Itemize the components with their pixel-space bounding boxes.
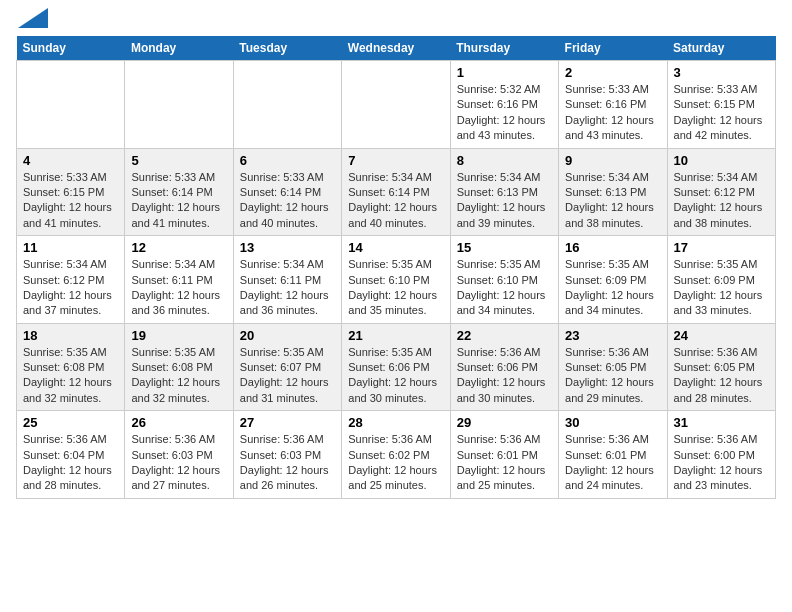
calendar-cell: 5Sunrise: 5:33 AM Sunset: 6:14 PM Daylig… — [125, 148, 233, 236]
calendar-cell: 9Sunrise: 5:34 AM Sunset: 6:13 PM Daylig… — [559, 148, 667, 236]
day-number: 27 — [240, 415, 335, 430]
day-number: 16 — [565, 240, 660, 255]
day-number: 25 — [23, 415, 118, 430]
cell-info: Sunrise: 5:36 AM Sunset: 6:03 PM Dayligh… — [131, 432, 226, 494]
day-number: 19 — [131, 328, 226, 343]
cell-info: Sunrise: 5:36 AM Sunset: 6:04 PM Dayligh… — [23, 432, 118, 494]
cell-info: Sunrise: 5:36 AM Sunset: 6:06 PM Dayligh… — [457, 345, 552, 407]
cell-info: Sunrise: 5:36 AM Sunset: 6:01 PM Dayligh… — [565, 432, 660, 494]
cell-info: Sunrise: 5:33 AM Sunset: 6:15 PM Dayligh… — [23, 170, 118, 232]
calendar-cell: 10Sunrise: 5:34 AM Sunset: 6:12 PM Dayli… — [667, 148, 775, 236]
day-number: 29 — [457, 415, 552, 430]
calendar-cell: 20Sunrise: 5:35 AM Sunset: 6:07 PM Dayli… — [233, 323, 341, 411]
calendar-cell — [125, 61, 233, 149]
calendar-cell: 25Sunrise: 5:36 AM Sunset: 6:04 PM Dayli… — [17, 411, 125, 499]
calendar-cell: 31Sunrise: 5:36 AM Sunset: 6:00 PM Dayli… — [667, 411, 775, 499]
cell-info: Sunrise: 5:36 AM Sunset: 6:03 PM Dayligh… — [240, 432, 335, 494]
day-header-friday: Friday — [559, 36, 667, 61]
calendar-cell: 27Sunrise: 5:36 AM Sunset: 6:03 PM Dayli… — [233, 411, 341, 499]
calendar-cell: 22Sunrise: 5:36 AM Sunset: 6:06 PM Dayli… — [450, 323, 558, 411]
day-number: 4 — [23, 153, 118, 168]
cell-info: Sunrise: 5:35 AM Sunset: 6:10 PM Dayligh… — [348, 257, 443, 319]
cell-info: Sunrise: 5:33 AM Sunset: 6:14 PM Dayligh… — [240, 170, 335, 232]
cell-info: Sunrise: 5:32 AM Sunset: 6:16 PM Dayligh… — [457, 82, 552, 144]
day-number: 1 — [457, 65, 552, 80]
calendar-cell: 21Sunrise: 5:35 AM Sunset: 6:06 PM Dayli… — [342, 323, 450, 411]
cell-info: Sunrise: 5:34 AM Sunset: 6:12 PM Dayligh… — [674, 170, 769, 232]
calendar-body: 1Sunrise: 5:32 AM Sunset: 6:16 PM Daylig… — [17, 61, 776, 499]
day-header-wednesday: Wednesday — [342, 36, 450, 61]
calendar-cell: 15Sunrise: 5:35 AM Sunset: 6:10 PM Dayli… — [450, 236, 558, 324]
calendar-cell: 17Sunrise: 5:35 AM Sunset: 6:09 PM Dayli… — [667, 236, 775, 324]
day-number: 5 — [131, 153, 226, 168]
cell-info: Sunrise: 5:33 AM Sunset: 6:16 PM Dayligh… — [565, 82, 660, 144]
calendar-cell: 6Sunrise: 5:33 AM Sunset: 6:14 PM Daylig… — [233, 148, 341, 236]
calendar-cell: 24Sunrise: 5:36 AM Sunset: 6:05 PM Dayli… — [667, 323, 775, 411]
logo — [16, 16, 48, 28]
calendar-cell: 1Sunrise: 5:32 AM Sunset: 6:16 PM Daylig… — [450, 61, 558, 149]
day-number: 8 — [457, 153, 552, 168]
day-number: 6 — [240, 153, 335, 168]
day-number: 18 — [23, 328, 118, 343]
calendar-header: SundayMondayTuesdayWednesdayThursdayFrid… — [17, 36, 776, 61]
page-header — [16, 16, 776, 28]
day-number: 22 — [457, 328, 552, 343]
cell-info: Sunrise: 5:36 AM Sunset: 6:00 PM Dayligh… — [674, 432, 769, 494]
day-header-sunday: Sunday — [17, 36, 125, 61]
day-number: 2 — [565, 65, 660, 80]
cell-info: Sunrise: 5:35 AM Sunset: 6:08 PM Dayligh… — [23, 345, 118, 407]
cell-info: Sunrise: 5:34 AM Sunset: 6:12 PM Dayligh… — [23, 257, 118, 319]
day-header-monday: Monday — [125, 36, 233, 61]
cell-info: Sunrise: 5:36 AM Sunset: 6:05 PM Dayligh… — [674, 345, 769, 407]
day-number: 14 — [348, 240, 443, 255]
cell-info: Sunrise: 5:33 AM Sunset: 6:15 PM Dayligh… — [674, 82, 769, 144]
cell-info: Sunrise: 5:34 AM Sunset: 6:14 PM Dayligh… — [348, 170, 443, 232]
calendar-cell: 16Sunrise: 5:35 AM Sunset: 6:09 PM Dayli… — [559, 236, 667, 324]
calendar-cell: 2Sunrise: 5:33 AM Sunset: 6:16 PM Daylig… — [559, 61, 667, 149]
calendar-cell: 19Sunrise: 5:35 AM Sunset: 6:08 PM Dayli… — [125, 323, 233, 411]
day-number: 26 — [131, 415, 226, 430]
calendar-cell: 3Sunrise: 5:33 AM Sunset: 6:15 PM Daylig… — [667, 61, 775, 149]
day-number: 10 — [674, 153, 769, 168]
day-number: 9 — [565, 153, 660, 168]
day-number: 7 — [348, 153, 443, 168]
day-number: 13 — [240, 240, 335, 255]
calendar-cell: 23Sunrise: 5:36 AM Sunset: 6:05 PM Dayli… — [559, 323, 667, 411]
svg-marker-0 — [18, 8, 48, 28]
calendar-cell: 18Sunrise: 5:35 AM Sunset: 6:08 PM Dayli… — [17, 323, 125, 411]
cell-info: Sunrise: 5:36 AM Sunset: 6:02 PM Dayligh… — [348, 432, 443, 494]
day-header-tuesday: Tuesday — [233, 36, 341, 61]
calendar-cell: 7Sunrise: 5:34 AM Sunset: 6:14 PM Daylig… — [342, 148, 450, 236]
calendar-cell — [233, 61, 341, 149]
calendar-cell: 30Sunrise: 5:36 AM Sunset: 6:01 PM Dayli… — [559, 411, 667, 499]
day-number: 23 — [565, 328, 660, 343]
calendar-cell: 29Sunrise: 5:36 AM Sunset: 6:01 PM Dayli… — [450, 411, 558, 499]
day-number: 30 — [565, 415, 660, 430]
day-number: 24 — [674, 328, 769, 343]
day-number: 28 — [348, 415, 443, 430]
day-number: 12 — [131, 240, 226, 255]
cell-info: Sunrise: 5:33 AM Sunset: 6:14 PM Dayligh… — [131, 170, 226, 232]
day-number: 11 — [23, 240, 118, 255]
cell-info: Sunrise: 5:35 AM Sunset: 6:06 PM Dayligh… — [348, 345, 443, 407]
calendar-cell: 26Sunrise: 5:36 AM Sunset: 6:03 PM Dayli… — [125, 411, 233, 499]
day-header-thursday: Thursday — [450, 36, 558, 61]
calendar-cell — [342, 61, 450, 149]
day-number: 21 — [348, 328, 443, 343]
cell-info: Sunrise: 5:34 AM Sunset: 6:13 PM Dayligh… — [457, 170, 552, 232]
logo-arrow-icon — [18, 8, 48, 28]
cell-info: Sunrise: 5:36 AM Sunset: 6:01 PM Dayligh… — [457, 432, 552, 494]
day-number: 15 — [457, 240, 552, 255]
calendar-cell: 4Sunrise: 5:33 AM Sunset: 6:15 PM Daylig… — [17, 148, 125, 236]
day-header-saturday: Saturday — [667, 36, 775, 61]
calendar-table: SundayMondayTuesdayWednesdayThursdayFrid… — [16, 36, 776, 499]
day-number: 20 — [240, 328, 335, 343]
cell-info: Sunrise: 5:34 AM Sunset: 6:13 PM Dayligh… — [565, 170, 660, 232]
cell-info: Sunrise: 5:35 AM Sunset: 6:08 PM Dayligh… — [131, 345, 226, 407]
calendar-cell: 14Sunrise: 5:35 AM Sunset: 6:10 PM Dayli… — [342, 236, 450, 324]
calendar-cell: 8Sunrise: 5:34 AM Sunset: 6:13 PM Daylig… — [450, 148, 558, 236]
cell-info: Sunrise: 5:36 AM Sunset: 6:05 PM Dayligh… — [565, 345, 660, 407]
day-number: 17 — [674, 240, 769, 255]
cell-info: Sunrise: 5:35 AM Sunset: 6:09 PM Dayligh… — [674, 257, 769, 319]
calendar-cell: 11Sunrise: 5:34 AM Sunset: 6:12 PM Dayli… — [17, 236, 125, 324]
